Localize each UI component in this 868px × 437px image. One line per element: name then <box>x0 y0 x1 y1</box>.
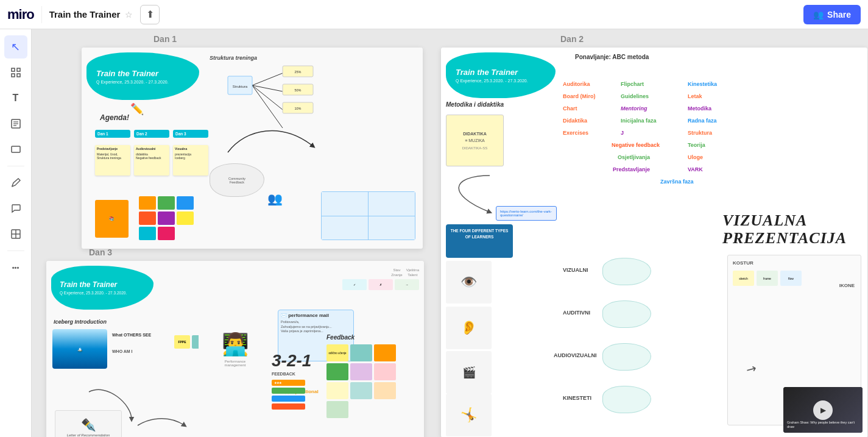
svg-line-13 <box>252 85 283 91</box>
grid-tool[interactable] <box>4 222 27 246</box>
pen-tool[interactable] <box>4 171 27 194</box>
svg-text:10%: 10% <box>294 107 301 110</box>
svg-line-12 <box>252 73 283 85</box>
board-dan3[interactable]: Train the Trainer Q Experience, 25.3.202… <box>46 261 424 437</box>
share-users-icon: 👥 <box>813 10 824 20</box>
hand-illustration: 🤸 <box>446 394 492 436</box>
cursor-tool[interactable]: ↖ <box>4 35 27 59</box>
day2-card: Dan 2 <box>134 130 169 138</box>
sticky-d2: Audiovizualni didaktika Negative feedbac… <box>134 145 169 176</box>
iceberg-image: 🏔️ <box>52 329 107 369</box>
dan3-title: Train the Trainer <box>60 280 145 289</box>
svg-line-14 <box>252 85 283 110</box>
note-tool[interactable] <box>4 112 27 135</box>
section-label-dan3: Dan 3 <box>89 247 112 257</box>
auditivni-cloud <box>602 300 651 328</box>
vizualni-label: VIZUALNI <box>563 267 588 273</box>
star-icon[interactable]: ☆ <box>125 10 133 20</box>
day-stickies: Predstavljanje Materijal, Uvod, Struktur… <box>95 145 208 176</box>
svg-rect-1 <box>17 68 20 71</box>
canvas: Dan 1 Dan 2 Dan 3 Train the Trainer Q Ex… <box>32 29 868 437</box>
left-toolbar: ↖ T ••• <box>0 29 32 437</box>
play-button[interactable]: ▶ <box>813 400 833 420</box>
sticky-cluster <box>139 196 200 240</box>
board-title: Train the Trainer <box>49 9 121 20</box>
miro-logo: miro <box>7 7 34 23</box>
svg-rect-8 <box>12 146 20 152</box>
topbar: miro Train the Trainer ☆ ⬆ 👥 Share <box>0 0 868 29</box>
ear-illustration: 👂 <box>446 307 492 349</box>
structure-area: Struktura treninga Struktura 25% 50% <box>210 55 257 61</box>
dan2-title: Train the Trainer <box>456 68 546 77</box>
mindmap-words: Auditorika Board (Miro) Chart Didaktika … <box>563 66 855 200</box>
ponavljanje-label: Ponavljanje: ABC metoda <box>575 54 649 60</box>
auditivni-label: AUDITIVNI <box>563 310 590 316</box>
vizualni-cloud <box>602 258 651 285</box>
rect-tool[interactable] <box>4 138 27 161</box>
section-label-dan2: Dan 2 <box>560 34 584 44</box>
people-icon: 👥 <box>267 191 283 206</box>
book-cluster: 📚 <box>95 200 129 238</box>
dan3-subtitle: Q Experience, 25.3.2020. - 27.3.2020. <box>60 291 145 295</box>
four-types-box: THE FOUR DIFFERENT TYPES OF LEARNERS <box>446 224 513 258</box>
share-label: Share <box>827 10 851 20</box>
day-cards-row: Dan 1 Dan 2 Dan 3 <box>95 130 208 138</box>
dan3-table-area: Stav Znanje Vještina Talent ✓ ✗ → <box>273 268 419 311</box>
vizualna-prezentacija: VIZUALNA PREZENTACIJA <box>722 212 863 247</box>
svg-rect-0 <box>12 68 15 71</box>
metodika-label: Metodika i didaktika <box>446 101 504 108</box>
dan1-title: Train the Trainer <box>96 69 189 78</box>
didaktika-sketch: DIDAKTIKA ≡ MUZIKA DIDAKTIKA-SS <box>446 115 504 166</box>
321-feedback: 3-2-1 FEEDBACK ★★★ <box>272 352 320 432</box>
svg-text:Struktura: Struktura <box>233 85 248 88</box>
svg-rect-2 <box>12 74 15 77</box>
dan2-subtitle: Q Experience, 25.3.2020. - 27.3.2020. <box>456 79 546 83</box>
kinesteti-cloud <box>602 386 651 413</box>
svg-rect-3 <box>17 74 20 77</box>
audiovizualni-cloud <box>602 343 651 371</box>
sticky-d1: Predstavljanje Materijal, Uvod, Struktur… <box>95 145 130 176</box>
link-box[interactable]: https://verto-learn.com/the-vark-questio… <box>496 206 557 221</box>
written-arrow <box>135 413 189 437</box>
share-button[interactable]: 👥 Share <box>803 5 861 24</box>
av-illustration: 🎬 <box>446 351 492 394</box>
kinesteti-label: KINESTETI <box>563 395 591 401</box>
cloud-shape-dan1: CommunityFeedback <box>210 163 264 197</box>
upload-button[interactable]: ⬆ <box>140 5 160 24</box>
svg-text:50%: 50% <box>294 88 301 92</box>
board-dan2[interactable]: Train the Trainer Q Experience, 25.3.202… <box>441 48 867 437</box>
title-area: Train the Trainer ☆ <box>49 9 133 20</box>
board-dan1[interactable]: Train the Trainer Q Experience, 25.3.202… <box>82 48 423 249</box>
more-tools[interactable]: ••• <box>4 256 27 279</box>
dan1-header-blob: Train the Trainer Q Experience, 25.3.202… <box>86 52 199 100</box>
upload-icon: ⬆ <box>146 9 154 20</box>
day1-card: Dan 1 <box>95 130 130 138</box>
agenda-label: Agenda! ✏️ <box>100 113 129 122</box>
dan3-header-blob: Train the Trainer Q Experience, 25.3.202… <box>51 266 153 310</box>
dan2-header-blob: Train the Trainer Q Experience, 25.3.202… <box>446 52 556 98</box>
iceberg-label: Iceberg Introduction <box>54 319 107 325</box>
feedback-stickies: Feedback odlično učenje <box>326 334 406 437</box>
section-label-dan1: Dan 1 <box>153 34 177 44</box>
svg-text:25%: 25% <box>294 70 301 74</box>
person-illustration: 👨‍💻 Performancemanagement <box>199 310 272 389</box>
eye-illustration: 👁️ <box>446 261 492 304</box>
what-others-see: What OTHERS SEE <box>112 333 151 337</box>
video-thumbnail[interactable]: Graham Shaw: Why people believe they can… <box>783 387 863 433</box>
audiovizualni-label: AUDIOVIZUALNI <box>554 352 597 358</box>
dan1-subtitle: Q Experience, 25.3.2020. - 27.3.2020. <box>96 80 189 84</box>
frames-tool[interactable] <box>4 61 27 84</box>
who-am-i: WHO AM I <box>112 349 133 354</box>
grid-element <box>321 191 415 240</box>
comment-tool[interactable] <box>4 197 27 220</box>
text-tool[interactable]: T <box>4 87 27 110</box>
